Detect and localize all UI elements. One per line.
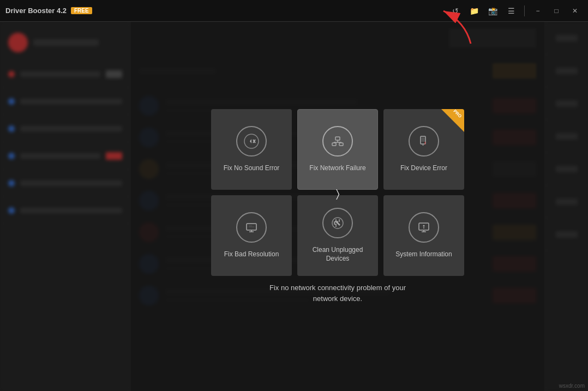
tooltip-text: Fix no network connectivity problem of y… <box>269 282 406 304</box>
sidebar-dot-blue-2 <box>8 125 15 132</box>
app-title: Driver Booster 4.2 <box>5 7 67 15</box>
network-label: Fix Network Failure <box>305 164 370 173</box>
pro-badge-triangle: PRO <box>441 109 464 132</box>
sidebar-title <box>33 39 99 46</box>
free-badge: FREE <box>71 7 92 14</box>
svg-point-26 <box>423 225 425 227</box>
svg-text:!: ! <box>424 141 426 146</box>
system-info-label: System Information <box>391 250 456 259</box>
sidebar-text-5 <box>20 181 122 186</box>
titlebar-left: Driver Booster 4.2 FREE <box>5 7 92 15</box>
tool-fix-network[interactable]: Fix Network Failure 〉 <box>297 109 378 190</box>
resolution-icon <box>236 212 267 243</box>
svg-rect-4 <box>335 137 340 140</box>
tools-grid: Fix No Sound Error <box>211 109 464 276</box>
sidebar-item-1[interactable] <box>0 61 130 88</box>
sidebar-dot-red-1 <box>8 71 15 77</box>
svg-rect-5 <box>332 143 336 146</box>
sidebar-badge-1 <box>106 70 122 78</box>
content-area: Fix No Sound Error <box>131 22 544 391</box>
menu-icon[interactable]: ☰ <box>503 3 519 19</box>
sidebar-item-5[interactable] <box>0 170 130 197</box>
sidebar-badge-4 <box>106 152 122 160</box>
resolution-label: Fix Bad Resolution <box>220 250 284 259</box>
sidebar-dot-blue-5 <box>8 207 15 214</box>
right-item-3 <box>545 87 588 120</box>
sidebar-header <box>0 27 130 61</box>
tool-clean-unplugged[interactable]: Clean Unplugged Devices <box>297 195 378 276</box>
device-label: Fix Device Error <box>396 164 452 173</box>
right-sidebar <box>544 22 588 391</box>
titlebar: Driver Booster 4.2 FREE ↺ 📁 📸 ☰ − □ ✕ <box>0 0 588 22</box>
avatar <box>8 33 28 52</box>
right-item-2 <box>545 55 588 87</box>
sidebar-dot-blue-4 <box>8 180 15 187</box>
sidebar-item-6[interactable] <box>0 197 130 224</box>
minimize-button[interactable]: − <box>530 3 545 19</box>
right-item-5 <box>545 153 588 185</box>
right-item-7 <box>545 218 588 251</box>
main-layout: Fix No Sound Error <box>0 22 588 391</box>
tool-fix-no-sound[interactable]: Fix No Sound Error <box>211 109 292 190</box>
sidebar-dot-blue-1 <box>8 98 15 105</box>
no-sound-icon <box>236 126 267 157</box>
unplugged-label: Clean Unplugged Devices <box>297 246 378 263</box>
right-item-4 <box>545 120 588 153</box>
sidebar-text-4 <box>20 153 100 159</box>
maximize-button[interactable]: □ <box>549 3 564 19</box>
svg-point-14 <box>423 145 424 146</box>
sidebar-text-2 <box>20 99 122 104</box>
history-icon[interactable]: ↺ <box>448 3 463 19</box>
close-button[interactable]: ✕ <box>567 3 583 19</box>
sidebar-text-6 <box>20 208 122 213</box>
sidebar <box>0 22 131 391</box>
sidebar-dot-blue-3 <box>8 153 15 159</box>
pro-label: PRO <box>452 109 463 119</box>
tool-system-info[interactable]: System Information <box>383 195 464 276</box>
cursor-hand: 〉 <box>336 188 340 200</box>
sidebar-text-1 <box>20 71 100 77</box>
network-icon <box>322 126 353 157</box>
overlay-panel: Fix No Sound Error <box>131 22 544 391</box>
sidebar-item-2[interactable] <box>0 88 130 115</box>
tools-container: Fix No Sound Error <box>211 109 464 304</box>
svg-rect-6 <box>339 143 343 146</box>
tshirt-icon[interactable]: 📸 <box>485 3 500 19</box>
watermark: wsxdr.com <box>559 383 585 389</box>
sidebar-text-3 <box>20 126 122 131</box>
tool-fix-device[interactable]: PRO ! Fix Device Error <box>383 109 464 190</box>
right-item-6 <box>545 185 588 218</box>
right-item-1 <box>545 22 588 55</box>
titlebar-right: ↺ 📁 📸 ☰ − □ ✕ <box>448 3 583 19</box>
unplugged-icon <box>322 208 353 238</box>
system-info-icon <box>409 212 439 243</box>
folder-icon[interactable]: 📁 <box>466 3 482 19</box>
no-sound-label: Fix No Sound Error <box>219 164 284 173</box>
tool-fix-resolution[interactable]: Fix Bad Resolution <box>211 195 292 276</box>
device-icon: ! <box>409 126 439 157</box>
sidebar-item-3[interactable] <box>0 115 130 142</box>
sidebar-item-4[interactable] <box>0 142 130 170</box>
